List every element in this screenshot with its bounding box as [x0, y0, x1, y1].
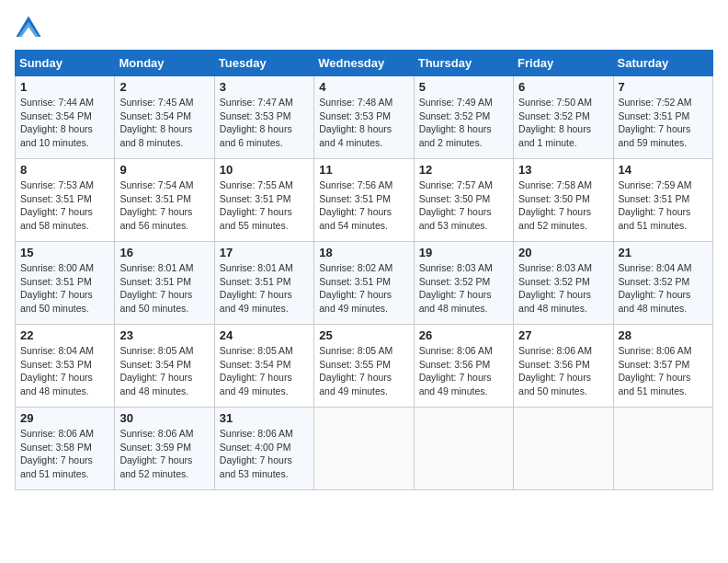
day-number: 13	[518, 163, 608, 177]
calendar-cell: 19 Sunrise: 8:03 AM Sunset: 3:52 PM Dayl…	[414, 242, 513, 325]
day-number: 27	[518, 328, 608, 342]
calendar-cell: 8 Sunrise: 7:53 AM Sunset: 3:51 PM Dayli…	[16, 159, 115, 242]
day-info: Sunrise: 7:45 AM Sunset: 3:54 PM Dayligh…	[119, 96, 209, 150]
calendar-cell: 12 Sunrise: 7:57 AM Sunset: 3:50 PM Dayl…	[414, 159, 513, 242]
day-number: 24	[220, 328, 309, 342]
day-info: Sunrise: 7:54 AM Sunset: 3:51 PM Dayligh…	[119, 178, 209, 233]
day-number: 23	[119, 328, 209, 342]
calendar-cell: 28 Sunrise: 8:06 AM Sunset: 3:57 PM Dayl…	[613, 325, 712, 408]
calendar-cell: 2 Sunrise: 7:45 AM Sunset: 3:54 PM Dayli…	[115, 76, 214, 159]
calendar-cell: 18 Sunrise: 8:02 AM Sunset: 3:51 PM Dayl…	[314, 242, 414, 325]
day-number: 25	[319, 328, 408, 342]
calendar-cell: 10 Sunrise: 7:55 AM Sunset: 3:51 PM Dayl…	[214, 159, 313, 242]
day-info: Sunrise: 7:55 AM Sunset: 3:51 PM Dayligh…	[220, 178, 309, 233]
day-info: Sunrise: 7:48 AM Sunset: 3:53 PM Dayligh…	[319, 96, 408, 150]
weekday-header-saturday: Saturday	[613, 51, 712, 76]
calendar-cell: 20 Sunrise: 8:03 AM Sunset: 3:52 PM Dayl…	[514, 242, 613, 325]
day-number: 31	[220, 411, 309, 425]
calendar-cell	[314, 408, 414, 490]
calendar-cell	[514, 408, 613, 490]
day-info: Sunrise: 8:02 AM Sunset: 3:51 PM Dayligh…	[319, 261, 408, 316]
day-number: 16	[119, 246, 209, 259]
page-header	[15, 15, 713, 42]
day-info: Sunrise: 8:05 AM Sunset: 3:55 PM Dayligh…	[319, 344, 408, 398]
calendar-cell: 9 Sunrise: 7:54 AM Sunset: 3:51 PM Dayli…	[115, 159, 214, 242]
calendar-cell: 21 Sunrise: 8:04 AM Sunset: 3:52 PM Dayl…	[613, 242, 712, 325]
day-info: Sunrise: 7:44 AM Sunset: 3:54 PM Dayligh…	[20, 96, 109, 150]
calendar-week-4: 22 Sunrise: 8:04 AM Sunset: 3:53 PM Dayl…	[16, 325, 713, 408]
day-number: 4	[319, 80, 408, 94]
calendar-cell: 17 Sunrise: 8:01 AM Sunset: 3:51 PM Dayl…	[214, 242, 313, 325]
calendar-cell: 23 Sunrise: 8:05 AM Sunset: 3:54 PM Dayl…	[115, 325, 214, 408]
calendar-cell: 24 Sunrise: 8:05 AM Sunset: 3:54 PM Dayl…	[214, 325, 313, 408]
day-number: 15	[20, 246, 109, 259]
day-number: 9	[119, 163, 209, 177]
calendar-week-2: 8 Sunrise: 7:53 AM Sunset: 3:51 PM Dayli…	[16, 159, 713, 242]
calendar-cell: 26 Sunrise: 8:06 AM Sunset: 3:56 PM Dayl…	[414, 325, 513, 408]
day-info: Sunrise: 8:00 AM Sunset: 3:51 PM Dayligh…	[20, 261, 109, 316]
day-info: Sunrise: 7:52 AM Sunset: 3:51 PM Dayligh…	[619, 96, 708, 150]
calendar-cell: 15 Sunrise: 8:00 AM Sunset: 3:51 PM Dayl…	[16, 242, 115, 325]
calendar-table: SundayMondayTuesdayWednesdayThursdayFrid…	[15, 50, 713, 490]
day-info: Sunrise: 8:01 AM Sunset: 3:51 PM Dayligh…	[119, 261, 209, 316]
day-number: 30	[119, 411, 209, 425]
day-number: 26	[419, 328, 508, 342]
logo-icon	[15, 15, 42, 42]
day-number: 7	[619, 80, 708, 94]
day-number: 11	[319, 163, 408, 177]
calendar-cell: 27 Sunrise: 8:06 AM Sunset: 3:56 PM Dayl…	[514, 325, 613, 408]
day-number: 29	[20, 411, 109, 425]
weekday-header-monday: Monday	[115, 51, 214, 76]
calendar-cell: 1 Sunrise: 7:44 AM Sunset: 3:54 PM Dayli…	[16, 76, 115, 159]
calendar-header: SundayMondayTuesdayWednesdayThursdayFrid…	[16, 51, 713, 76]
day-info: Sunrise: 7:50 AM Sunset: 3:52 PM Dayligh…	[518, 96, 608, 150]
day-info: Sunrise: 7:53 AM Sunset: 3:51 PM Dayligh…	[20, 178, 109, 233]
calendar-week-1: 1 Sunrise: 7:44 AM Sunset: 3:54 PM Dayli…	[16, 76, 713, 159]
day-number: 28	[619, 328, 708, 342]
calendar-cell	[414, 408, 513, 490]
day-info: Sunrise: 7:59 AM Sunset: 3:51 PM Dayligh…	[619, 178, 708, 233]
calendar-cell: 5 Sunrise: 7:49 AM Sunset: 3:52 PM Dayli…	[414, 76, 513, 159]
day-info: Sunrise: 8:06 AM Sunset: 4:00 PM Dayligh…	[220, 427, 309, 481]
calendar-cell: 25 Sunrise: 8:05 AM Sunset: 3:55 PM Dayl…	[314, 325, 414, 408]
day-info: Sunrise: 7:58 AM Sunset: 3:50 PM Dayligh…	[518, 178, 608, 233]
weekday-header-friday: Friday	[514, 51, 613, 76]
calendar-cell	[613, 408, 712, 490]
day-number: 20	[518, 246, 608, 259]
calendar-week-3: 15 Sunrise: 8:00 AM Sunset: 3:51 PM Dayl…	[16, 242, 713, 325]
day-number: 3	[220, 80, 309, 94]
day-number: 2	[119, 80, 209, 94]
calendar-cell: 22 Sunrise: 8:04 AM Sunset: 3:53 PM Dayl…	[16, 325, 115, 408]
day-info: Sunrise: 8:04 AM Sunset: 3:53 PM Dayligh…	[20, 344, 109, 398]
calendar-body: 1 Sunrise: 7:44 AM Sunset: 3:54 PM Dayli…	[16, 76, 713, 490]
calendar-cell: 6 Sunrise: 7:50 AM Sunset: 3:52 PM Dayli…	[514, 76, 613, 159]
day-info: Sunrise: 8:03 AM Sunset: 3:52 PM Dayligh…	[518, 261, 608, 316]
day-info: Sunrise: 7:57 AM Sunset: 3:50 PM Dayligh…	[419, 178, 508, 233]
day-number: 17	[220, 246, 309, 259]
day-info: Sunrise: 7:47 AM Sunset: 3:53 PM Dayligh…	[220, 96, 309, 150]
day-number: 22	[20, 328, 109, 342]
day-number: 19	[419, 246, 508, 259]
calendar-cell: 14 Sunrise: 7:59 AM Sunset: 3:51 PM Dayl…	[613, 159, 712, 242]
logo	[15, 15, 46, 42]
day-info: Sunrise: 8:06 AM Sunset: 3:56 PM Dayligh…	[419, 344, 508, 398]
calendar-cell: 13 Sunrise: 7:58 AM Sunset: 3:50 PM Dayl…	[514, 159, 613, 242]
day-info: Sunrise: 7:56 AM Sunset: 3:51 PM Dayligh…	[319, 178, 408, 233]
day-number: 8	[20, 163, 109, 177]
day-info: Sunrise: 8:06 AM Sunset: 3:59 PM Dayligh…	[119, 427, 209, 481]
day-number: 14	[619, 163, 708, 177]
day-info: Sunrise: 7:49 AM Sunset: 3:52 PM Dayligh…	[419, 96, 508, 150]
day-number: 21	[619, 246, 708, 259]
calendar-cell: 29 Sunrise: 8:06 AM Sunset: 3:58 PM Dayl…	[16, 408, 115, 490]
calendar-cell: 16 Sunrise: 8:01 AM Sunset: 3:51 PM Dayl…	[115, 242, 214, 325]
day-number: 1	[20, 80, 109, 94]
calendar-cell: 3 Sunrise: 7:47 AM Sunset: 3:53 PM Dayli…	[214, 76, 313, 159]
day-info: Sunrise: 8:06 AM Sunset: 3:56 PM Dayligh…	[518, 344, 608, 398]
calendar-cell: 4 Sunrise: 7:48 AM Sunset: 3:53 PM Dayli…	[314, 76, 414, 159]
weekday-header-wednesday: Wednesday	[314, 51, 414, 76]
weekday-header-tuesday: Tuesday	[214, 51, 313, 76]
calendar-cell: 30 Sunrise: 8:06 AM Sunset: 3:59 PM Dayl…	[115, 408, 214, 490]
day-info: Sunrise: 8:06 AM Sunset: 3:57 PM Dayligh…	[619, 344, 708, 398]
day-number: 10	[220, 163, 309, 177]
day-number: 5	[419, 80, 508, 94]
